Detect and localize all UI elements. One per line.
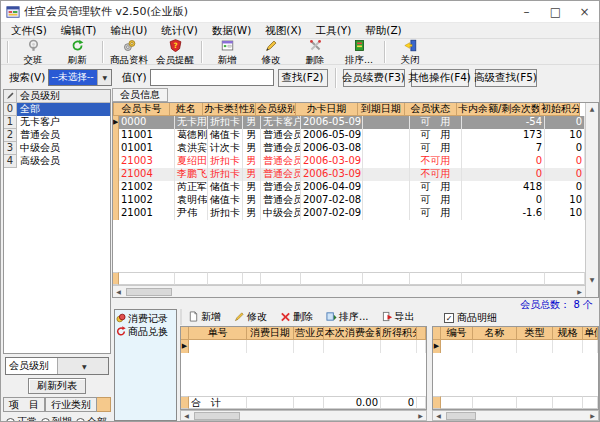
radio-circle-icon[interactable]: [76, 418, 85, 422]
menu-item-3[interactable]: 统计(V): [154, 23, 204, 38]
scroll-left-icon[interactable]: ◀: [433, 412, 444, 419]
member-row-21004[interactable]: 21004李鹏飞折扣卡男普通会员2006-03-09不可用00: [113, 168, 585, 181]
toolbar-separator: [201, 41, 202, 63]
scrollbar-thumb[interactable]: [194, 412, 240, 420]
records-toolbar-button-1[interactable]: 新增: [188, 310, 221, 324]
scroll-up-icon[interactable]: ▲: [590, 105, 595, 112]
renew-button[interactable]: 会员续费(F3): [343, 69, 405, 87]
search-field-combo[interactable]: --未选择-- ▼: [48, 69, 112, 86]
cell-balance: -54: [462, 116, 545, 129]
toolbar-button-4[interactable]: ?会员提醒: [152, 39, 198, 65]
title-bar: 佳宜会员管理软件 v2.50(企业版) – □ ×: [1, 1, 599, 23]
cell-open_date: 2007-02-09: [301, 207, 363, 220]
level-row-无卡客户[interactable]: 1无卡客户: [4, 116, 110, 129]
toolbar-button-3[interactable]: 商品资料: [106, 39, 152, 65]
filter-combo[interactable]: 会员级别 ▼: [5, 357, 109, 375]
mini-table-current-row[interactable]: ▶: [181, 340, 426, 353]
chevron-down-icon[interactable]: ▼: [57, 358, 109, 374]
records-toolbar-button-4[interactable]: 排序...: [326, 310, 369, 324]
cell-status: 不可用: [410, 168, 462, 181]
records-toolbar-button-2[interactable]: 修改: [234, 310, 267, 324]
level-row-高级会员[interactable]: 4高级会员: [4, 155, 110, 168]
member-row-01001[interactable]: 01001袁洪宾计次卡男普通会员2006-03-08可 用70: [113, 142, 585, 155]
radio-circle-icon[interactable]: [41, 418, 50, 422]
toolbar-button-7[interactable]: 删除: [293, 39, 337, 65]
product-detail-checkbox[interactable]: ✓ 商品明细: [444, 311, 497, 325]
product-table: 编号名称类型规格单位▶: [432, 326, 599, 410]
member-row-21003[interactable]: 21003夏绍田折扣卡男普通会员2006-03-09不可用00: [113, 155, 585, 168]
records-toolbar-button-5[interactable]: 导出: [382, 310, 415, 324]
toolbar-button-1[interactable]: 交班: [11, 39, 55, 65]
records-nav-消费记录[interactable]: 消费记录: [116, 312, 175, 325]
cell-points: 10: [545, 207, 585, 220]
level-row-index: 2: [4, 129, 17, 142]
menu-item-1[interactable]: 编辑(T): [54, 23, 104, 38]
horizontal-scrollbar[interactable]: ◀▶: [113, 285, 585, 297]
scrollbar-thumb[interactable]: [446, 412, 476, 420]
scroll-down-icon[interactable]: ▼: [590, 276, 595, 283]
scroll-right-icon[interactable]: ▶: [574, 288, 585, 295]
mini-table-footer: [433, 396, 598, 409]
find-button[interactable]: 查找(F2): [278, 69, 328, 87]
footer-cell: [243, 272, 261, 285]
checkbox-check-icon[interactable]: ✓: [444, 313, 454, 323]
member-table-body: 会员卡号姓名办卡类型性别会员级别办卡日期到期日期会员状态卡内余额/剩余次数初始积…: [113, 103, 585, 297]
tab-industry-category[interactable]: 行业类别: [45, 397, 97, 412]
member-row-21001[interactable]: 21001尹伟折扣卡男中级会员2007-02-09可 用-1.610: [113, 207, 585, 220]
level-row-普通会员[interactable]: 2普通会员: [4, 129, 110, 142]
radio-到期[interactable]: 到期: [38, 415, 72, 422]
level-row-label: 中级会员: [17, 142, 110, 155]
cell-card_type: 折扣卡: [208, 116, 243, 129]
minimize-button[interactable]: –: [512, 1, 541, 22]
toolbar-button-2[interactable]: 刷新: [55, 39, 99, 65]
level-row-全部[interactable]: 0全部: [4, 103, 110, 116]
menu-item-7[interactable]: 帮助(Z): [358, 23, 408, 38]
refresh-list-button[interactable]: 刷新列表: [28, 378, 86, 394]
member-row-11002[interactable]: 11002袁明伟储值卡男普通会员2007-02-08可 用010: [113, 194, 585, 207]
mini-table-current-row[interactable]: ▶: [433, 340, 598, 353]
cell-gender: 男: [243, 168, 261, 181]
chevron-down-icon[interactable]: ▼: [97, 70, 111, 85]
menu-item-0[interactable]: 文件(S): [4, 23, 54, 38]
cell-card: 21004: [119, 168, 175, 181]
app-icon: [6, 5, 20, 19]
scroll-left-icon[interactable]: ◀: [113, 288, 124, 295]
scroll-right-icon[interactable]: ▶: [587, 412, 598, 419]
member-row-0000[interactable]: ▶0000无卡用户折扣卡男无卡客户2006-05-09可 用-540: [113, 116, 585, 129]
member-row-21002[interactable]: 21002芮正军储值卡男普通会员2006-04-09可 用4180: [113, 181, 585, 194]
radio-正常[interactable]: 正常: [3, 415, 37, 422]
menu-item-5[interactable]: 视图(X): [258, 23, 308, 38]
consume-hscrollbar[interactable]: ◀▶: [180, 410, 427, 421]
advanced-find-button[interactable]: 高级查找(F5): [475, 69, 537, 87]
scroll-right-icon[interactable]: ▶: [415, 412, 426, 419]
search-value-input[interactable]: [150, 69, 274, 86]
other-ops-button[interactable]: 其他操作(F4): [411, 69, 469, 87]
consume-record-icon: [116, 313, 126, 325]
filter-combo-value: 会员级别: [6, 359, 57, 373]
footer-cell: [261, 272, 301, 285]
menu-item-2[interactable]: 输出(U): [103, 23, 154, 38]
level-row-index: 1: [4, 116, 17, 129]
tab-project[interactable]: 项 目: [3, 397, 45, 412]
cell-card: 01001: [119, 142, 175, 155]
close-button[interactable]: ×: [570, 1, 599, 22]
maximize-button[interactable]: □: [541, 1, 570, 22]
scrollbar-thumb[interactable]: [126, 288, 172, 296]
vertical-scrollbar[interactable]: ▲ ▼: [585, 103, 598, 297]
toolbar-button-8[interactable]: 排序...: [337, 39, 381, 65]
member-row-11001[interactable]: 11001葛德刚储值卡男普通会员2006-05-09可 用17310: [113, 129, 585, 142]
radio-全部[interactable]: 全部: [73, 415, 107, 422]
menu-item-6[interactable]: 工具(Y): [309, 23, 359, 38]
records-toolbar-button-3[interactable]: 删除: [280, 310, 313, 324]
level-row-中级会员[interactable]: 3中级会员: [4, 142, 110, 155]
product-hscrollbar[interactable]: ◀▶: [432, 410, 599, 421]
menu-item-4[interactable]: 数据(W): [205, 23, 259, 38]
level-row-index: 3: [4, 142, 17, 155]
toolbar-button-6[interactable]: 修改: [249, 39, 293, 65]
radio-circle-icon[interactable]: [6, 418, 15, 422]
records-nav-商品兑换[interactable]: 商品兑换: [116, 325, 175, 338]
scroll-left-icon[interactable]: ◀: [181, 412, 192, 419]
toolbar-button-5[interactable]: 新增: [205, 39, 249, 65]
level-header-label: 会员级别: [17, 90, 110, 103]
toolbar-button-9[interactable]: 关闭: [388, 39, 432, 65]
